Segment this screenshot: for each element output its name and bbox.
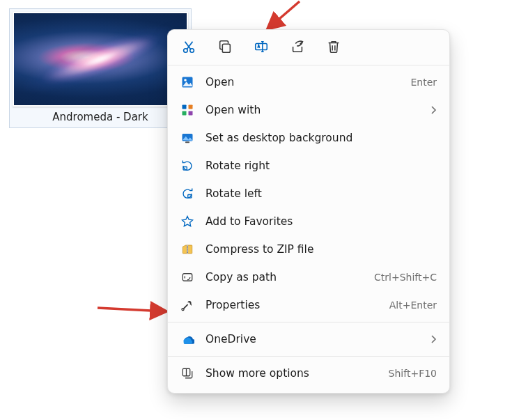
wrench-icon — [180, 298, 194, 312]
delete-button[interactable] — [325, 38, 342, 55]
annotation-arrow-top — [261, 0, 309, 32]
svg-point-2 — [184, 49, 188, 53]
rotate-left-icon — [180, 187, 194, 201]
menu-rotate-right[interactable]: Rotate right — [168, 152, 449, 180]
menu-label: Add to Favorites — [205, 215, 437, 228]
svg-rect-13 — [185, 141, 189, 143]
chevron-right-icon — [430, 106, 437, 114]
menu-rotate-left[interactable]: Rotate left — [168, 180, 449, 208]
cut-button[interactable] — [180, 38, 197, 55]
menu-hint: Enter — [410, 77, 437, 88]
menu-label: Open with — [205, 104, 430, 116]
menu-copy-as-path[interactable]: Copy as path Ctrl+Shift+C — [168, 263, 449, 291]
menu-open[interactable]: Open Enter — [168, 68, 449, 96]
show-more-icon — [180, 366, 194, 380]
menu-label: OneDrive — [205, 333, 430, 345]
rotate-right-icon — [180, 159, 194, 173]
zip-icon — [180, 242, 194, 256]
file-card[interactable]: Andromeda - Dark — [9, 8, 192, 128]
open-with-icon — [180, 103, 194, 117]
menu-label: Show more options — [205, 367, 389, 380]
menu-hint: Shift+F10 — [389, 368, 437, 379]
menu-label: Properties — [205, 299, 389, 311]
image-icon — [180, 75, 194, 89]
menu-label: Set as desktop background — [205, 132, 437, 144]
svg-rect-8 — [183, 105, 187, 109]
share-button[interactable] — [289, 38, 306, 55]
menu-label: Open — [205, 76, 410, 88]
menu-set-wallpaper[interactable]: Set as desktop background — [168, 124, 449, 152]
menu-label: Rotate left — [205, 187, 437, 200]
file-caption: Andromeda - Dark — [13, 111, 188, 123]
wallpaper-icon — [180, 131, 194, 145]
svg-point-3 — [190, 49, 194, 53]
separator — [168, 65, 449, 65]
menu-hint: Alt+Enter — [389, 300, 437, 311]
file-thumbnail — [13, 12, 188, 107]
separator — [168, 356, 449, 357]
svg-rect-10 — [183, 111, 187, 116]
context-menu: Open Enter Open with Set as desktop back… — [167, 29, 450, 394]
copy-button[interactable] — [217, 38, 233, 55]
menu-label: Copy as path — [205, 271, 374, 283]
rename-button[interactable] — [253, 38, 270, 55]
copy-path-icon — [180, 270, 194, 284]
separator — [168, 322, 449, 322]
svg-rect-5 — [256, 43, 267, 49]
menu-open-with[interactable]: Open with — [168, 96, 449, 124]
menu-label: Compress to ZIP file — [205, 243, 437, 256]
menu-label: Rotate right — [205, 160, 437, 172]
menu-add-favorites[interactable]: Add to Favorites — [168, 208, 449, 235]
svg-rect-9 — [189, 105, 193, 109]
onedrive-icon — [180, 332, 194, 346]
star-icon — [180, 215, 194, 228]
chevron-right-icon — [430, 335, 437, 343]
menu-hint: Ctrl+Shift+C — [374, 272, 437, 283]
menu-onedrive[interactable]: OneDrive — [168, 325, 449, 353]
svg-line-0 — [269, 1, 300, 28]
menu-compress-zip[interactable]: Compress to ZIP file — [168, 235, 449, 263]
annotation-arrow-left — [96, 300, 171, 319]
menu-show-more[interactable]: Show more options Shift+F10 — [168, 359, 449, 387]
svg-point-7 — [184, 79, 187, 81]
context-menu-toolbar — [168, 34, 449, 62]
menu-properties[interactable]: Properties Alt+Enter — [168, 291, 449, 319]
svg-rect-11 — [189, 111, 193, 116]
svg-rect-4 — [222, 44, 230, 52]
svg-line-1 — [98, 308, 164, 311]
